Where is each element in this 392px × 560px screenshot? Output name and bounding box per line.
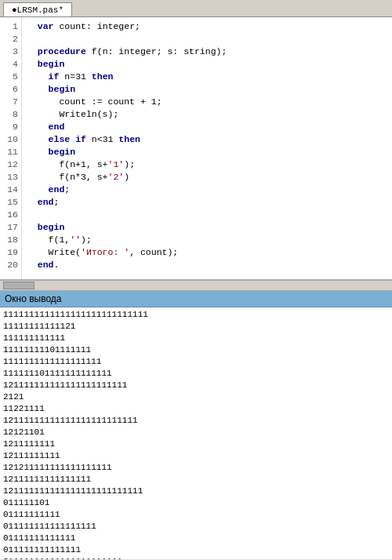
code-editor: 1234567891011121314151617181920 var coun… [0, 17, 392, 280]
line-numbers: 1234567891011121314151617181920 [0, 17, 22, 279]
scroll-thumb[interactable] [3, 282, 34, 289]
horizontal-scrollbar[interactable] [0, 280, 392, 291]
output-panel: Окно вывода 1111111111111111111111111111… [0, 291, 392, 560]
tab-label: ●LRSM.pas* [12, 5, 64, 15]
code-content[interactable]: var count: integer; procedure f(n: integ… [22, 17, 392, 279]
tab-bar: ●LRSM.pas* [0, 0, 392, 17]
editor-tab[interactable]: ●LRSM.pas* [3, 2, 72, 16]
output-body[interactable]: 1111111111111111111111111111111111111111… [0, 307, 392, 559]
output-title: Окно вывода [5, 293, 62, 304]
output-header: Окно вывода [0, 291, 392, 307]
